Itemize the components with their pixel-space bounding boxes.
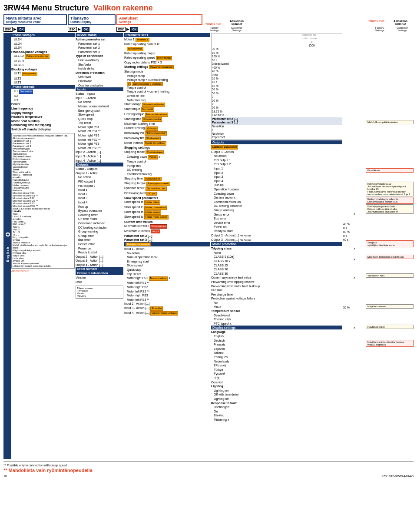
jannite-label: Jännite vaihe-N bbox=[11, 269, 75, 272]
line-freq: Line frequency bbox=[11, 106, 75, 110]
ul2l3: UL2-L3 bbox=[11, 59, 75, 63]
outputs-header-s: Outputs bbox=[76, 163, 123, 166]
lighting: Lighting bbox=[211, 384, 342, 388]
factory-class10: x bbox=[343, 212, 366, 216]
factory-flickering: x bbox=[343, 326, 366, 329]
annot-epasymmetri: Epäsymmetrisyys valvonta Esihälytysaika … bbox=[366, 197, 414, 204]
motor-right-ps2-i: Motor right PS2 bbox=[124, 285, 210, 289]
motor-prot-header: Motor protection bbox=[211, 242, 342, 246]
ok-btn-1[interactable]: OK bbox=[17, 27, 25, 32]
param-set2: Parameter set 2 [...] bbox=[124, 234, 210, 238]
ok-btn-2[interactable]: OK bbox=[82, 27, 89, 32]
footnote2: ** Mahdollista vain ryömintänopeudella bbox=[3, 468, 414, 473]
output3-action: Output 3 - Action [...] bbox=[76, 259, 123, 263]
esc-btn-2[interactable]: ESC bbox=[68, 27, 77, 32]
ul3n: UL3N bbox=[11, 46, 75, 50]
star-delta: Star/delta bbox=[76, 63, 123, 66]
output1-action: Output 1 - Action bbox=[76, 171, 123, 175]
emergency-start-i: Emergency start bbox=[124, 259, 210, 263]
dc-braking-torq: DC braking tord DC jar. bbox=[124, 191, 210, 196]
on-time-motor-out: On time motor x bbox=[211, 196, 342, 200]
page: 3RW44 Menu Structure Valikon rakenne Näy… bbox=[0, 0, 417, 532]
prot-no: No bbox=[211, 301, 342, 305]
breakaway-vol: Breakaway vol "Käynnityspotku" bbox=[124, 131, 210, 136]
input2-action: Input 2 - Action [...] bbox=[76, 150, 123, 154]
input3-action-s: Input 3 - Action [...] Ei valittu bbox=[124, 306, 210, 311]
esc-btn-3[interactable]: ESC bbox=[116, 27, 126, 32]
light-off: Lighting off bbox=[211, 397, 342, 401]
firmware-header: Firmware information bbox=[76, 271, 123, 275]
input2-out: Input 2 bbox=[211, 171, 342, 175]
input1-o: Input 1 bbox=[76, 188, 123, 192]
input3-action: Input 3 - Action [...] bbox=[76, 154, 123, 158]
power-on: Power on bbox=[76, 246, 123, 250]
unchanged: Unchanged bbox=[211, 405, 342, 409]
factory-yes: x bbox=[343, 246, 366, 250]
remaining-trip: Remaining time for tripping bbox=[11, 123, 75, 127]
lang-de: Deutsch bbox=[211, 339, 342, 342]
ok-btn-3[interactable]: OK bbox=[130, 27, 138, 32]
device-error: Device error bbox=[76, 242, 123, 246]
unknown: Unknown bbox=[76, 75, 123, 79]
slow-speed-rev: Slow speed fa Hidas vasen bbox=[124, 210, 210, 215]
annot-kaynnistys10: Käynnistysluokka 10 Jos valitaan raskas … bbox=[366, 182, 414, 196]
customer-col-label-right: CustomerSettings bbox=[391, 27, 414, 32]
output3-action-out: Output 3 - Action [...] No Action bbox=[211, 238, 342, 242]
doc-number: 3ZX1012-0RW44-0AA0 bbox=[382, 475, 414, 478]
dynamic-braking: Dynamic brakir Dynaaminen jar. bbox=[124, 186, 210, 191]
factory-0s-2: 0 s bbox=[343, 234, 366, 238]
motor-left-ps2: Motor left PS2 ** bbox=[76, 138, 123, 142]
motor-heating: Motor heating bbox=[124, 98, 210, 102]
prot-yes: Yes x bbox=[211, 305, 342, 309]
motor-right-ps1-i: Motor right PS1 Moottori oikea x bbox=[124, 276, 210, 281]
col-display: Phase voltages UL1N UL2N UL3N Phase-to-p… bbox=[11, 33, 76, 459]
blinking: Blinking bbox=[211, 413, 342, 417]
input4-out: Input 4 bbox=[211, 179, 342, 183]
lang-zh: 中文 bbox=[211, 376, 342, 380]
direct-on-line: Direct on line bbox=[124, 94, 210, 98]
switch-off: Switch off standard display bbox=[11, 127, 75, 131]
input3-o: Input 3 bbox=[76, 196, 123, 200]
lang-tr: Türkçe bbox=[211, 368, 342, 372]
ready-to-start: Ready to start bbox=[76, 250, 123, 254]
temp-sensor: Temperature sensor bbox=[211, 309, 342, 313]
annotations-col: Mahdollinen päätäloloaika Ei valittuna K… bbox=[366, 33, 414, 459]
slow-speed-params: Slow speed parameters bbox=[124, 196, 210, 200]
power: Power bbox=[11, 102, 75, 106]
idle-time: Idle time bbox=[211, 288, 342, 292]
slow-speed-mom-rev: Slow speed to Hidas mom. vasen bbox=[124, 215, 210, 219]
group-warning: Group warning bbox=[76, 229, 123, 233]
annot-naytossa-valot: Näytössä valot bbox=[366, 325, 414, 329]
trip-reset: Trip reset bbox=[76, 121, 123, 125]
param-set1-header: Parameter set 1 bbox=[124, 33, 210, 37]
input3-out: Input 3 bbox=[211, 175, 342, 179]
motor-left-ps2-i: Motor left PS2 ** bbox=[124, 289, 210, 293]
version: Version bbox=[76, 276, 123, 279]
start-torque: Start torque Momentti bbox=[124, 107, 210, 112]
motor1: Motor 1 Moottori 1 bbox=[124, 37, 210, 42]
ready-start-out: Ready to start bbox=[211, 229, 342, 233]
min-current: Minimum current li Virtarajat ala bbox=[124, 224, 210, 229]
page-number: 18 bbox=[3, 475, 7, 478]
annot-ei-valittuna: Ei valittuna bbox=[366, 168, 414, 173]
pump-stop: Pump stop bbox=[124, 164, 210, 168]
pio-output1: PIO output 1 bbox=[76, 180, 123, 183]
input1-action: Input 1 - Action bbox=[76, 96, 123, 100]
stopping-mode: Stopping mode Pysäytystapa bbox=[124, 150, 210, 155]
phase-voltages-header: Phase voltages bbox=[11, 33, 75, 37]
factory-60s: 60 s bbox=[343, 238, 366, 242]
factory-col-label-right: FactorySettings bbox=[368, 27, 391, 32]
input1-action-s: Input 1 - Action bbox=[124, 247, 210, 251]
class-15: CLASS 15 bbox=[211, 263, 342, 267]
param-set3: Parameter set 3 [...] bbox=[124, 238, 210, 242]
class-5: CLASS 5 (10a) bbox=[211, 255, 342, 259]
esc-btn-1[interactable]: ESC bbox=[3, 27, 13, 32]
input2-action-s: Input 2 - Action [...] bbox=[124, 302, 210, 306]
annot-suojaus: Suojaus syöttöjännitevikaa varten bbox=[366, 240, 414, 247]
bypass-op: Bypass operation bbox=[76, 209, 123, 213]
starting-time: Starting time Käynnistysaika bbox=[124, 117, 210, 122]
ult2: ULT2 bbox=[11, 76, 75, 80]
factory-out-col: x 40 % 0 s 80 % 0 s 60 s x x x 50 % x bbox=[343, 33, 366, 459]
no-action-i: No action bbox=[124, 251, 210, 255]
input4-action: Input 4 - Action [...] bbox=[76, 159, 123, 163]
